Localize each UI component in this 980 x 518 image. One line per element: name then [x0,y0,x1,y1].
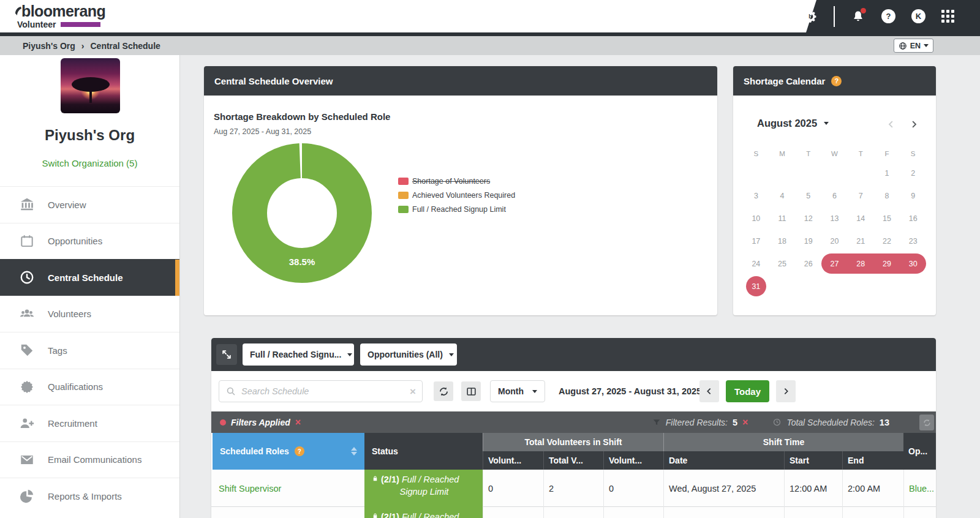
calendar-day-13[interactable]: 13 [821,207,848,230]
calendar-day-7[interactable]: 7 [848,184,874,207]
calendar-next-button[interactable] [908,118,921,131]
header-divider [834,6,835,27]
calendar-day-26[interactable]: 26 [795,252,821,275]
calendar-day-28[interactable]: 28 [848,252,874,275]
scheduled-role-link[interactable]: Shift Supervisor [213,507,364,518]
calendar-day-empty [795,162,821,184]
calendar-day-19[interactable]: 19 [795,230,821,252]
calendar-day-11[interactable]: 11 [769,207,796,230]
filters-applied-bar: Filters Applied × Filtered Results: 5 × … [211,411,936,433]
sidebar-item-overview[interactable]: Overview [0,186,179,223]
opportunities-filter-dropdown[interactable]: Opportunities (All) [360,343,457,366]
clear-search-icon[interactable]: × [410,386,416,397]
calendar-day-header: F [874,146,900,162]
expand-icon[interactable] [216,344,237,365]
calendar-day-3[interactable]: 3 [743,184,769,207]
scheduled-role-link[interactable]: Shift Supervisor [213,470,364,507]
calendar-day-27[interactable]: 27 [821,252,848,275]
calendar-day-2[interactable]: 2 [900,162,926,184]
status-filter-dropdown[interactable]: Full / Reached Signu... [243,343,354,366]
breadcrumb-page[interactable]: Central Schedule [90,41,160,51]
calendar-help-icon[interactable]: ? [831,76,842,86]
calendar-day-14[interactable]: 14 [848,207,874,230]
calendar-prev-button[interactable] [886,118,898,131]
clear-filtered-results-icon[interactable]: × [742,418,748,427]
total-roles-label: Total Scheduled Roles: [786,418,874,427]
bloomerang-logo[interactable]: bloomerang Volunteer [16,3,105,29]
opportunity-link[interactable]: Blue... [903,507,936,518]
overview-panel-header: Central Schedule Overview [204,66,717,96]
sidebar-item-label: Opportunities [48,236,102,246]
sidebar-item-label: Tags [48,345,67,356]
calendar-day-header: S [743,146,769,162]
legend-swatch [398,206,409,213]
calendar-day-8[interactable]: 8 [874,184,900,207]
volunteers-count-cell: 0 [483,470,543,507]
sidebar-item-tags[interactable]: Tags [0,332,179,369]
calendar-day-16[interactable]: 16 [900,207,926,230]
sidebar-item-opportunities[interactable]: Opportunities [0,223,179,260]
notifications-bell-icon[interactable] [851,9,865,24]
sort-icon[interactable] [351,447,357,456]
calendar-day-23[interactable]: 23 [900,230,926,252]
calendar-day-24[interactable]: 24 [743,252,769,275]
legend-item[interactable]: Full / Reached Signup Limit [398,205,515,214]
sub-column-header: Date [663,451,784,470]
split-view-icon[interactable] [461,381,481,401]
chevron-down-icon [924,44,929,47]
view-mode-dropdown[interactable]: Month [490,380,545,402]
calendar-day-10[interactable]: 10 [743,207,769,230]
calendar-month-selector[interactable]: August 2025 [757,118,829,129]
opportunity-link[interactable]: Blue... [903,470,936,507]
calendar-day-12[interactable]: 12 [795,207,821,230]
sidebar-item-recruitment[interactable]: Recruitment [0,405,179,441]
calendar-day-20[interactable]: 20 [821,230,848,252]
donut-percentage-label: 38.5% [232,257,372,267]
breadcrumb-org[interactable]: Piyush's Org [23,41,75,51]
shortage-calendar-panel: Shortage Calendar ? August 2025 SMTWTFS1… [733,66,936,315]
sidebar-item-reports-imports[interactable]: Reports & Imports [0,478,179,514]
clear-filters-icon[interactable]: × [295,418,301,427]
column-header-scheduled-roles[interactable]: Scheduled Roles ? [213,433,364,470]
calendar-day-25[interactable]: 25 [769,252,796,275]
apps-grid-icon[interactable] [941,10,954,23]
sidebar-item-central-schedule[interactable]: Central Schedule [0,259,179,296]
settings-gear-icon[interactable]: b [803,9,818,24]
calendar-day-5[interactable]: 5 [795,184,821,207]
calendar-day-15[interactable]: 15 [874,207,900,230]
calendar-day-1[interactable]: 1 [874,162,900,184]
calendar-day-18[interactable]: 18 [769,230,796,252]
sidebar-item-volunteers[interactable]: Volunteers [0,296,179,332]
sidebar-item-email-communications[interactable]: Email Communications [0,441,179,478]
account-avatar[interactable]: K [911,9,925,23]
refresh-button[interactable] [434,381,453,401]
scheduled-roles-help-icon[interactable]: ? [295,446,304,456]
calendar-day-4[interactable]: 4 [769,184,796,207]
calendar-day-6[interactable]: 6 [821,184,848,207]
schedule-controls: × Month August 27, 2025 - August 31, 202… [211,371,936,411]
legend-item[interactable]: Achieved Volunteers Required [398,191,515,200]
calendar-day-17[interactable]: 17 [743,230,769,252]
calendar-day-31[interactable]: 31 [743,275,769,298]
calendar-day-30[interactable]: 30 [900,252,926,275]
schedule-table-body: Shift Supervisor (2/1) Full / ReachedSig… [211,470,936,518]
next-period-button[interactable] [776,380,796,402]
language-selector[interactable]: EN [894,39,933,53]
logo-purple-bar [61,22,100,27]
previous-period-button[interactable] [699,380,719,402]
today-button[interactable]: Today [726,380,769,402]
calendar-day-header: S [900,146,926,162]
chevron-down-icon [824,122,829,125]
shift-date-cell: Thu, August 28, 2025 [663,507,784,518]
calendar-day-9[interactable]: 9 [900,184,926,207]
switch-organization-link[interactable]: Switch Organization (5) [0,158,179,168]
table-refresh-icon[interactable] [919,415,934,430]
calendar-day-21[interactable]: 21 [848,230,874,252]
calendar-day-22[interactable]: 22 [874,230,900,252]
legend-item[interactable]: Shortage of Volunteers [398,177,515,186]
search-input[interactable] [241,386,405,396]
calendar-day-empty [769,275,796,298]
help-icon[interactable]: ? [881,9,895,23]
sidebar-item-qualifications[interactable]: Qualifications [0,369,179,405]
calendar-day-29[interactable]: 29 [874,252,900,275]
